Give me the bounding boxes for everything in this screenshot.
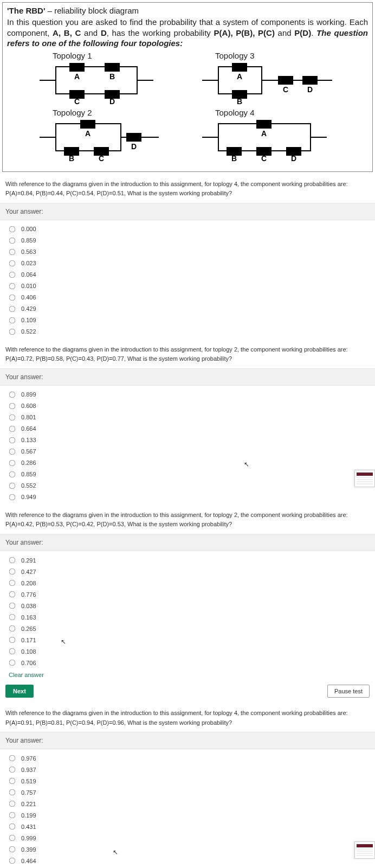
svg-text:C: C bbox=[99, 154, 104, 162]
pause-test-button[interactable]: Pause test bbox=[327, 685, 370, 698]
option-row[interactable]: 0.208 bbox=[9, 577, 370, 589]
option-row[interactable]: 0.064 bbox=[9, 269, 370, 280]
radio-input[interactable] bbox=[9, 260, 16, 266]
option-row[interactable]: 0.010 bbox=[9, 280, 370, 292]
radio-input[interactable] bbox=[9, 271, 16, 278]
option-row[interactable]: 0.859 bbox=[9, 469, 370, 480]
option-row[interactable]: 0.109 bbox=[9, 315, 370, 326]
option-label: 0.937 bbox=[21, 767, 36, 773]
option-row[interactable]: 0.937 bbox=[9, 764, 370, 775]
option-row[interactable]: 0.859 bbox=[9, 235, 370, 246]
radio-input[interactable] bbox=[9, 437, 16, 444]
option-row[interactable]: 0.291 bbox=[9, 554, 370, 566]
radio-input[interactable] bbox=[9, 648, 16, 655]
option-row[interactable]: 0.399 bbox=[9, 844, 370, 855]
radio-input[interactable] bbox=[9, 283, 16, 289]
option-row[interactable]: 0.133 bbox=[9, 435, 370, 446]
question-3-text: With reference to the diagrams given in … bbox=[0, 505, 375, 534]
radio-input[interactable] bbox=[9, 328, 16, 335]
option-row[interactable]: 0.757 bbox=[9, 787, 370, 798]
radio-input[interactable] bbox=[9, 812, 16, 819]
svg-rect-36 bbox=[256, 120, 271, 129]
option-row[interactable]: 0.801 bbox=[9, 412, 370, 423]
radio-input[interactable] bbox=[9, 317, 16, 323]
option-row[interactable]: 0.000 bbox=[9, 224, 370, 235]
option-row[interactable]: 0.171 bbox=[9, 634, 370, 646]
option-row[interactable]: 0.464 bbox=[9, 855, 370, 866]
option-row[interactable]: 0.999 bbox=[9, 832, 370, 844]
radio-input[interactable] bbox=[9, 226, 16, 232]
question-2-text: With reference to the diagrams given in … bbox=[0, 340, 375, 368]
radio-input[interactable] bbox=[9, 614, 16, 621]
option-row[interactable]: 0.429 bbox=[9, 303, 370, 315]
option-label: 0.859 bbox=[21, 237, 36, 244]
option-row[interactable]: 0.427 bbox=[9, 566, 370, 577]
option-row[interactable]: 0.406 bbox=[9, 292, 370, 303]
option-row[interactable]: 0.776 bbox=[9, 589, 370, 600]
option-row[interactable]: 0.664 bbox=[9, 423, 370, 435]
option-row[interactable]: 0.949 bbox=[9, 492, 370, 503]
radio-input[interactable] bbox=[9, 801, 16, 807]
topology-1-diagram: A B C D bbox=[40, 61, 153, 105]
radio-input[interactable] bbox=[9, 637, 16, 643]
option-row[interactable]: 0.519 bbox=[9, 775, 370, 787]
radio-input[interactable] bbox=[9, 414, 16, 421]
radio-input[interactable] bbox=[9, 557, 16, 564]
option-label: 0.399 bbox=[21, 846, 36, 853]
option-row[interactable]: 0.976 bbox=[9, 752, 370, 764]
option-row[interactable]: 0.563 bbox=[9, 246, 370, 258]
clear-answer-link[interactable]: Clear answer bbox=[0, 671, 375, 682]
radio-input[interactable] bbox=[9, 580, 16, 586]
option-row[interactable]: 0.199 bbox=[9, 809, 370, 821]
radio-input[interactable] bbox=[9, 778, 16, 784]
radio-input[interactable] bbox=[9, 494, 16, 501]
option-label: 0.064 bbox=[21, 271, 36, 278]
option-row[interactable]: 0.522 bbox=[9, 326, 370, 337]
option-row[interactable]: 0.567 bbox=[9, 446, 370, 457]
radio-input[interactable] bbox=[9, 835, 16, 841]
radio-input[interactable] bbox=[9, 569, 16, 575]
radio-input[interactable] bbox=[9, 471, 16, 478]
option-row[interactable]: 0.023 bbox=[9, 258, 370, 269]
option-row[interactable]: 0.431 bbox=[9, 821, 370, 832]
option-label: 0.801 bbox=[21, 414, 36, 420]
next-button[interactable]: Next bbox=[5, 685, 34, 698]
radio-input[interactable] bbox=[9, 294, 16, 301]
intro-subtitle: – reliability block diagram bbox=[45, 6, 139, 15]
svg-text:C: C bbox=[261, 154, 267, 162]
svg-text:D: D bbox=[307, 85, 313, 94]
option-row[interactable]: 0.265 bbox=[9, 623, 370, 634]
option-label: 0.429 bbox=[21, 305, 36, 312]
option-row[interactable]: 0.608 bbox=[9, 400, 370, 412]
radio-input[interactable] bbox=[9, 626, 16, 632]
radio-input[interactable] bbox=[9, 237, 16, 244]
radio-input[interactable] bbox=[9, 248, 16, 255]
radio-input[interactable] bbox=[9, 767, 16, 773]
radio-input[interactable] bbox=[9, 403, 16, 410]
radio-input[interactable] bbox=[9, 846, 16, 853]
option-row[interactable]: 0.038 bbox=[9, 600, 370, 611]
option-row[interactable]: 0.221 bbox=[9, 798, 370, 809]
option-row[interactable]: 0.108 bbox=[9, 646, 370, 657]
radio-input[interactable] bbox=[9, 392, 16, 398]
intro-text-4: and bbox=[275, 28, 294, 37]
radio-input[interactable] bbox=[9, 789, 16, 796]
radio-input[interactable] bbox=[9, 824, 16, 830]
svg-text:C: C bbox=[283, 85, 288, 94]
radio-input[interactable] bbox=[9, 460, 16, 467]
radio-input[interactable] bbox=[9, 755, 16, 762]
radio-input[interactable] bbox=[9, 603, 16, 609]
radio-input[interactable] bbox=[9, 660, 16, 666]
option-row[interactable]: 0.552 bbox=[9, 480, 370, 492]
radio-input[interactable] bbox=[9, 449, 16, 455]
option-row[interactable]: 0.899 bbox=[9, 389, 370, 400]
question-2-options: 0.899 0.608 0.801 0.664 0.133 0.567 0.28… bbox=[0, 386, 375, 505]
radio-input[interactable] bbox=[9, 483, 16, 489]
radio-input[interactable] bbox=[9, 591, 16, 598]
radio-input[interactable] bbox=[9, 858, 16, 864]
option-row[interactable]: 0.706 bbox=[9, 657, 370, 668]
radio-input[interactable] bbox=[9, 305, 16, 312]
option-row[interactable]: 0.286 bbox=[9, 457, 370, 469]
option-row[interactable]: 0.163 bbox=[9, 611, 370, 623]
radio-input[interactable] bbox=[9, 426, 16, 432]
